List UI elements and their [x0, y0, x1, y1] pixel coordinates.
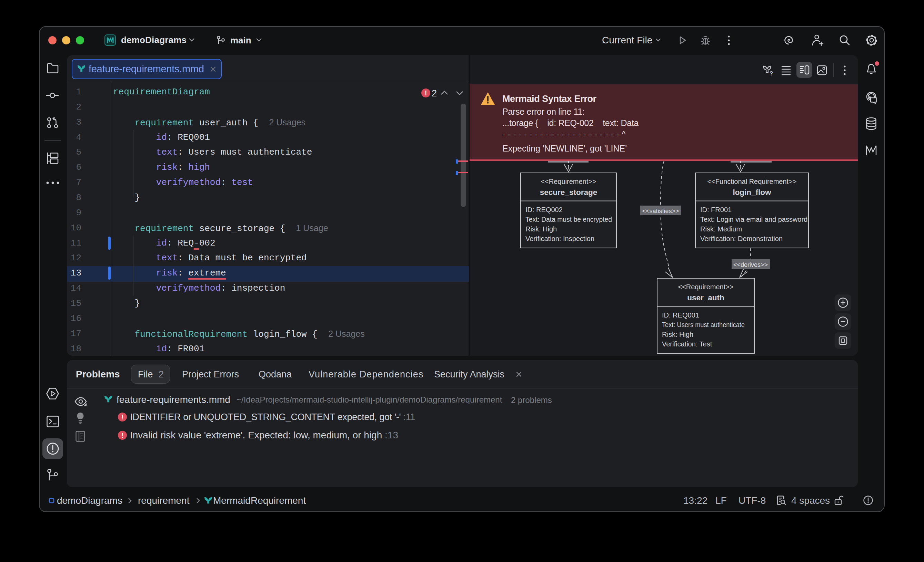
svg-text:user_auth: user_auth: [687, 293, 724, 302]
svg-text:Verification: Demonstration: Verification: Demonstration: [700, 235, 783, 242]
svg-text:Text: Data must be encrypted: Text: Data must be encrypted: [525, 215, 612, 223]
svg-text:<<derives>>: <<derives>>: [734, 262, 768, 268]
svg-text:Text: Users must authenticate: Text: Users must authenticate: [662, 321, 745, 329]
svg-text:login_flow: login_flow: [733, 188, 771, 197]
svg-text:ID: REQ002: ID: REQ002: [525, 206, 562, 214]
svg-text:Verification: Inspection: Verification: Inspection: [525, 235, 594, 242]
svg-text:ID: REQ001: ID: REQ001: [662, 311, 699, 319]
svg-text:Verification: Test: Verification: Test: [662, 340, 712, 348]
svg-text:Text: Login via email and pass: Text: Login via email and password: [700, 215, 807, 223]
svg-text:<<Functional Requirement>>: <<Functional Requirement>>: [707, 178, 796, 185]
svg-text:<<Requirement>>: <<Requirement>>: [541, 178, 596, 185]
svg-text:secure_storage: secure_storage: [540, 188, 597, 197]
svg-text:ID: FR001: ID: FR001: [700, 206, 732, 214]
svg-text:<<satisfies>>: <<satisfies>>: [642, 208, 679, 215]
svg-text:Risk: Medium: Risk: Medium: [700, 225, 742, 233]
svg-text:Risk: High: Risk: High: [662, 330, 693, 338]
svg-text:Risk: High: Risk: High: [525, 225, 557, 233]
svg-text:<<Requirement>>: <<Requirement>>: [678, 283, 734, 291]
